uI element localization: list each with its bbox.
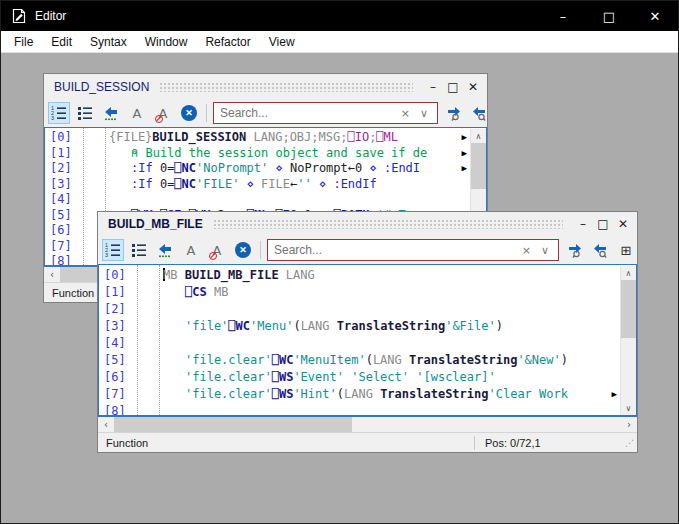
search-box: × ∨ xyxy=(267,239,559,261)
line-number: [6] xyxy=(45,223,81,239)
scroll-down-icon[interactable]: ∨ xyxy=(621,401,636,415)
menu-edit[interactable]: Edit xyxy=(42,32,81,52)
line-number: [6] xyxy=(99,369,135,386)
search-previous-button[interactable] xyxy=(589,239,611,261)
previous-location-button[interactable] xyxy=(100,102,122,124)
quit-x-icon: ✕ xyxy=(181,105,197,121)
vertical-scroll-thumb[interactable] xyxy=(621,280,636,338)
build-mb-file-code-area[interactable]: [0]MB BUILD_MB_FILE LANG[1]⎕CS MB[2][3]'… xyxy=(98,264,637,416)
code-editor-text[interactable]: [0]MB BUILD_MB_FILE LANG[1]⎕CS MB[2][3]'… xyxy=(99,266,620,415)
comment-button[interactable]: A xyxy=(126,102,148,124)
line-number: [7] xyxy=(45,239,81,255)
quit-button[interactable]: ✕ xyxy=(178,102,200,124)
code-line: [4] xyxy=(45,192,470,208)
previous-location-button[interactable] xyxy=(154,239,176,261)
vertical-scroll-thumb[interactable] xyxy=(471,143,486,189)
cursor-position-text: Pos: 0/72,1 xyxy=(475,437,625,449)
line-number: [8] xyxy=(45,254,81,265)
search-dropdown-icon[interactable]: ∨ xyxy=(415,107,433,120)
menu-file[interactable]: File xyxy=(5,32,42,52)
code-line: [8] xyxy=(99,403,620,415)
bulleted-list-icon xyxy=(77,105,93,121)
status-text: Function xyxy=(98,437,474,449)
minimize-button[interactable]: – xyxy=(540,1,586,31)
quit-button[interactable]: ✕ xyxy=(232,239,254,261)
line-number: [0] xyxy=(99,267,135,284)
close-button[interactable]: ✕ xyxy=(632,1,678,31)
svg-text:3: 3 xyxy=(51,115,54,121)
scroll-right-icon[interactable]: › xyxy=(621,419,637,430)
scroll-up-icon[interactable]: ∧ xyxy=(471,129,486,143)
scroll-up-icon[interactable]: ∧ xyxy=(621,266,636,280)
comment-icon: A xyxy=(187,244,196,257)
menu-view[interactable]: View xyxy=(260,32,304,52)
search-dropdown-icon[interactable]: ∨ xyxy=(536,244,554,257)
search-input[interactable] xyxy=(220,106,396,120)
search-previous-icon xyxy=(592,242,609,258)
comment-button[interactable]: A xyxy=(180,239,202,261)
horizontal-scroll-thumb[interactable] xyxy=(114,417,352,432)
toggle-line-numbers-button[interactable]: 1 2 3 xyxy=(48,102,70,124)
resize-grip[interactable]: ⋰ xyxy=(625,438,637,448)
close-icon[interactable]: ✕ xyxy=(463,78,483,96)
expand-all-button[interactable]: ⊞ xyxy=(615,239,637,261)
code-line: [5]'file.clear'⎕WC'MenuItem'(LANG Transl… xyxy=(99,352,620,369)
search-next-icon xyxy=(566,242,583,258)
search-clear-icon[interactable]: × xyxy=(396,107,415,120)
titlebar-pattern xyxy=(159,82,413,92)
search-next-button[interactable] xyxy=(442,102,464,124)
red-slash-badge xyxy=(209,252,217,260)
line-number: [0] xyxy=(45,130,81,146)
minimize-icon[interactable]: – xyxy=(423,78,443,96)
code-line: [0]{FILE}BUILD_SESSION LANG;OBJ;MSG;⎕IO;… xyxy=(45,130,470,146)
uncomment-button[interactable]: A xyxy=(206,239,228,261)
line-number: [4] xyxy=(45,192,81,208)
back-arrow-icon xyxy=(103,105,119,121)
scroll-left-icon[interactable]: ‹ xyxy=(98,419,114,430)
line-number: [2] xyxy=(99,301,135,318)
code-line: [3]'file'⎕WC'Menu'(LANG TranslateString'… xyxy=(99,318,620,335)
menu-window[interactable]: Window xyxy=(136,32,197,52)
build-mb-file-titlebar[interactable]: BUILD_MB_FILE – □ ✕ xyxy=(98,212,637,236)
line-number: [4] xyxy=(99,335,135,352)
vertical-scrollbar[interactable]: ∧ ∨ xyxy=(620,266,636,415)
line-number: [1] xyxy=(99,284,135,301)
minimize-icon[interactable]: – xyxy=(573,215,593,233)
maximize-button[interactable]: □ xyxy=(586,1,632,31)
back-arrow-icon xyxy=(157,242,173,258)
close-icon[interactable]: ✕ xyxy=(613,215,633,233)
svg-text:3: 3 xyxy=(105,252,108,258)
build-session-title: BUILD_SESSION xyxy=(54,80,149,94)
build-mb-file-toolbar: 1 2 3 xyxy=(98,236,637,264)
code-line: [0]MB BUILD_MB_FILE LANG xyxy=(99,267,620,284)
window-build-mb-file: BUILD_MB_FILE – □ ✕ 1 2 3 xyxy=(97,211,638,453)
menu-syntax[interactable]: Syntax xyxy=(81,32,136,52)
toolbar-separator xyxy=(206,104,207,122)
window-title: Editor xyxy=(35,9,66,23)
search-clear-icon[interactable]: × xyxy=(517,244,536,257)
build-session-titlebar[interactable]: BUILD_SESSION – □ ✕ xyxy=(44,74,487,99)
toggle-line-numbers-button[interactable]: 1 2 3 xyxy=(102,239,124,261)
scroll-left-icon[interactable]: ‹ xyxy=(44,269,60,280)
maximize-icon[interactable]: □ xyxy=(593,215,613,233)
toggle-tree-view-button[interactable] xyxy=(74,102,96,124)
code-line: [1]⍝ Build the session object and save i… xyxy=(45,146,470,162)
code-line: [3]:If 0=⎕NC'FILE' ⋄ FILE←'' ⋄ :EndIf xyxy=(45,177,470,193)
search-next-button[interactable] xyxy=(563,239,585,261)
horizontal-scrollbar[interactable]: ‹ › xyxy=(98,416,637,432)
menu-refactor[interactable]: Refactor xyxy=(196,32,259,52)
quit-x-icon: ✕ xyxy=(235,242,251,258)
titlebar-pattern xyxy=(213,219,563,229)
main-titlebar[interactable]: Editor – □ ✕ xyxy=(1,1,678,31)
search-input[interactable] xyxy=(274,243,517,257)
search-next-icon xyxy=(445,105,462,121)
uncomment-button[interactable]: A xyxy=(152,102,174,124)
line-number: [3] xyxy=(45,177,81,193)
maximize-icon[interactable]: □ xyxy=(443,78,463,96)
search-previous-button[interactable] xyxy=(468,102,487,124)
toolbar-separator xyxy=(260,241,261,259)
build-mb-file-title: BUILD_MB_FILE xyxy=(108,217,203,231)
plus-box-icon: ⊞ xyxy=(621,243,632,258)
toggle-tree-view-button[interactable] xyxy=(128,239,150,261)
line-number: [3] xyxy=(99,318,135,335)
